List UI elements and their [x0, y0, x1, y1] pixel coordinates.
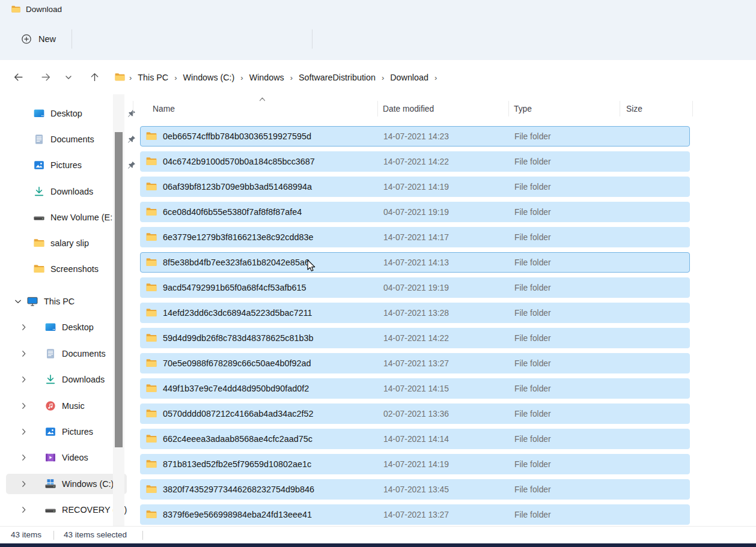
window-tab[interactable]: Download	[0, 0, 756, 18]
column-separator[interactable]	[620, 101, 620, 116]
sidebar-item-this-pc[interactable]: This PC	[6, 291, 121, 312]
main-area: DesktopDocumentsPicturesDownloadsNew Vol…	[0, 94, 756, 526]
breadcrumb-folder-icon[interactable]	[114, 71, 128, 83]
recent-locations-button[interactable]	[58, 67, 79, 88]
file-row[interactable]: 6e3779e1279b3f8166213e8c92cdd83e14-07-20…	[140, 227, 690, 247]
sidebar-item-recovery-d[interactable]: RECOVERY (D:)	[6, 500, 127, 520]
file-date-modified: 14-07-2021 13:28	[383, 309, 449, 318]
folder-icon	[33, 263, 45, 275]
file-row[interactable]: 14efd23dd6c3dc6894a5223d5bac721114-07-20…	[140, 303, 690, 323]
up-button[interactable]	[84, 67, 105, 88]
paste-button[interactable]	[160, 26, 185, 52]
file-row[interactable]: 8f5e38bd4fb7ee323fa61b82042e85a614-07-20…	[140, 252, 690, 273]
sort-button[interactable]	[319, 26, 351, 52]
sidebar-item-pictures[interactable]: Pictures	[6, 422, 127, 442]
folder-icon	[145, 357, 157, 369]
file-name: 14efd23dd6c3dc6894a5223d5bac7211	[163, 308, 312, 318]
breadcrumb-item-download[interactable]: Download	[385, 69, 433, 86]
documents-icon	[44, 348, 56, 360]
file-row[interactable]: 06af39bf8123b709e9bb3ad51468994a14-07-20…	[140, 177, 690, 197]
chevron-right-icon[interactable]	[20, 350, 28, 357]
file-row[interactable]: 04c6742b9100d570b0a184c85bcc368714-07-20…	[140, 151, 690, 172]
delete-button[interactable]	[277, 26, 302, 52]
toolbar-divider	[72, 29, 72, 49]
column-header-type[interactable]: Type	[514, 104, 532, 113]
file-date-modified: 14-07-2021 14:13	[383, 258, 449, 267]
file-row[interactable]: 8379f6e9e566998984eba24fd13eee4114-07-20…	[140, 504, 690, 525]
file-row[interactable]: 59d4d99db26f8c783d48378625c81b3b14-07-20…	[140, 328, 690, 348]
chevron-right-icon[interactable]	[20, 506, 28, 513]
chevron-right-icon[interactable]	[20, 402, 28, 409]
new-button[interactable]: New	[12, 28, 64, 50]
sidebar-item-label: New Volume (E:	[50, 213, 112, 222]
file-row[interactable]: 3820f743529773446268232754d9b84614-07-20…	[140, 479, 690, 500]
chevron-right-icon[interactable]	[20, 480, 28, 488]
breadcrumb-item-this-pc[interactable]: This PC	[133, 69, 173, 86]
file-row[interactable]: 662c4eeea3adaab8568ae4cfc2aad75c14-07-20…	[140, 429, 690, 449]
sidebar-item-desktop[interactable]: Desktop	[6, 317, 127, 337]
breadcrumb-separator-icon: ›	[433, 73, 438, 82]
file-row[interactable]: 449f1b37e9c7e4dd48d950bd90fad0f214-07-20…	[140, 378, 690, 399]
file-date-modified: 14-07-2021 14:23	[383, 132, 449, 141]
file-name: 0570dddd087212c4166ab4ad34ac2f52	[163, 409, 314, 419]
forward-button[interactable]	[35, 67, 56, 88]
folder-icon	[145, 332, 157, 344]
file-name: 6e3779e1279b3f8166213e8c92cdd83e	[163, 232, 314, 242]
sidebar-item-downloads[interactable]: Downloads	[6, 369, 127, 390]
plus-circle-icon	[20, 33, 32, 45]
breadcrumb-item-windows[interactable]: Windows	[245, 69, 289, 86]
file-type: File folder	[514, 283, 551, 292]
sidebar-item-label: Downloads	[50, 187, 93, 196]
chevron-down-icon[interactable]	[14, 298, 22, 305]
breadcrumb-item-softwaredistribution[interactable]: SoftwareDistribution	[294, 69, 380, 86]
folder-icon	[145, 156, 157, 168]
sidebar-item-label: Pictures	[62, 427, 93, 437]
downloads-icon	[33, 186, 45, 198]
column-separator[interactable]	[508, 101, 509, 116]
sidebar-scrollbar-thumb[interactable]	[115, 132, 123, 447]
column-header-size[interactable]: Size	[626, 104, 642, 113]
documents-icon	[33, 133, 45, 145]
chevron-right-icon[interactable]	[20, 454, 28, 461]
pictures-icon	[44, 426, 56, 438]
rename-button[interactable]	[199, 26, 224, 52]
more-button[interactable]	[412, 26, 437, 52]
file-type: File folder	[514, 334, 551, 343]
file-row[interactable]: 871b813ed52fb2e5f79659d10802ae1c14-07-20…	[140, 454, 690, 474]
column-header-date-modified[interactable]: Date modified	[383, 104, 434, 113]
folder-icon	[145, 382, 157, 394]
sidebar-item-label: Documents	[62, 349, 106, 358]
file-name: 59d4d99db26f8c783d48378625c81b3b	[163, 333, 314, 343]
file-row[interactable]: 0eb66574cffbb784b03036519927595d14-07-20…	[140, 126, 690, 147]
file-row[interactable]: 0570dddd087212c4166ab4ad34ac2f5202-07-20…	[140, 403, 690, 424]
file-type: File folder	[514, 409, 551, 419]
chevron-right-icon[interactable]	[20, 428, 28, 435]
file-date-modified: 14-07-2021 14:19	[383, 460, 449, 469]
chevron-right-icon[interactable]	[20, 324, 28, 331]
column-header-name[interactable]: Name	[153, 104, 175, 113]
view-button[interactable]	[361, 26, 393, 52]
folder-icon	[145, 307, 157, 319]
share-button[interactable]	[238, 26, 263, 52]
sidebar-item-windows-c[interactable]: Windows (C:)	[6, 474, 127, 494]
breadcrumb-item-windows-c[interactable]: Windows (C:)	[178, 69, 240, 86]
file-row[interactable]: 6ce08d40f6b55e5380f7af8f8f87afe404-07-20…	[140, 202, 690, 222]
file-type: File folder	[514, 485, 551, 494]
sidebar-item-documents[interactable]: Documents	[6, 343, 127, 364]
file-type: File folder	[514, 309, 551, 318]
chevron-right-icon[interactable]	[20, 376, 28, 383]
file-row[interactable]: 9acd54792991b65f0a68f4cf53afb61504-07-20…	[140, 277, 690, 298]
breadcrumb-separator-icon: ›	[289, 73, 294, 82]
sidebar-item-music[interactable]: Music	[6, 396, 127, 416]
file-name: 449f1b37e9c7e4dd48d950bd90fad0f2	[163, 384, 309, 393]
column-separator[interactable]	[133, 101, 133, 116]
folder-icon	[11, 4, 21, 14]
cut-button[interactable]	[82, 26, 107, 52]
column-separator[interactable]	[692, 101, 693, 116]
file-date-modified: 14-07-2021 14:14	[383, 435, 449, 444]
column-separator[interactable]	[377, 101, 378, 116]
sidebar-item-videos[interactable]: Videos	[6, 447, 127, 468]
copy-button[interactable]	[121, 26, 146, 52]
file-row[interactable]: 70e5e0988f678289c66c50ae4b0f92ad14-07-20…	[140, 353, 690, 373]
back-button[interactable]	[8, 67, 28, 88]
